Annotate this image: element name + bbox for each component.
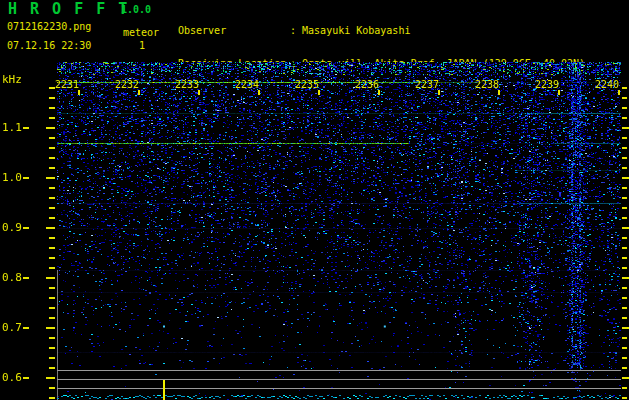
y-tick-left [49,267,55,269]
y-tick-right [622,177,629,179]
y-tick-left [49,147,55,149]
y-tick-dash [23,327,29,329]
y-tick-dash [23,127,29,129]
y-tick-left [49,337,55,339]
y-tick-left [49,157,55,159]
y-tick-left [46,177,55,179]
y-tick-right [622,387,627,389]
y-tick-left [49,357,55,359]
y-tick-right [622,357,627,359]
capture-datetime: 07.12.16 22:30 [7,40,91,51]
meteor-count: 1 [139,40,145,51]
y-tick-right [622,87,627,89]
y-tick-dash [23,177,29,179]
y-tick-label: 1.0 [2,172,22,183]
y-tick-left [49,87,55,89]
app-title: H R O F F T [8,2,129,17]
y-tick-dash [23,377,29,379]
y-tick-left [46,227,55,229]
station-label: Observer [178,25,290,36]
y-tick-right [622,317,627,319]
y-tick-right [622,327,629,329]
y-tick-right [622,347,627,349]
y-tick-right [622,287,627,289]
y-tick-right [622,207,627,209]
y-tick-left [49,367,55,369]
y-tick-right [622,227,629,229]
y-tick-left [49,107,55,109]
y-tick-left [49,297,55,299]
y-tick-label: 0.9 [2,222,22,233]
y-tick-left [49,167,55,169]
y-tick-right [622,137,627,139]
app-version: 1.0.0 [121,5,151,15]
y-tick-left [49,347,55,349]
y-tick-left [49,137,55,139]
y-tick-right [622,197,627,199]
y-tick-left [46,277,55,279]
y-tick-right [622,187,627,189]
y-tick-left [46,377,55,379]
y-tick-left [49,217,55,219]
y-tick-right [622,217,627,219]
y-tick-label: 1.1 [2,122,22,133]
y-tick-left [49,387,55,389]
y-tick-left [49,247,55,249]
y-tick-left [49,237,55,239]
y-tick-right [622,127,629,129]
y-tick-dash [23,227,29,229]
y-tick-dash [23,277,29,279]
station-value: Masayuki Kobayashi [302,25,410,36]
y-tick-left [49,187,55,189]
hrofft-screen: H R O F F T 1.0.0 0712162230.png meteor … [0,0,629,400]
spectrogram-canvas [57,62,621,400]
y-tick-right [622,247,627,249]
y-tick-left [46,127,55,129]
y-tick-right [622,337,627,339]
y-tick-left [49,97,55,99]
y-tick-right [622,107,627,109]
y-tick-left [46,327,55,329]
y-tick-left [49,197,55,199]
capture-filename: 0712162230.png [7,21,91,32]
y-tick-left [49,207,55,209]
station-row-observer: Observer: Masayuki Kobayashi [178,25,585,36]
y-tick-label: 0.6 [2,372,22,383]
y-tick-right [622,117,627,119]
y-tick-right [622,147,627,149]
y-tick-right [622,367,627,369]
y-tick-left [49,257,55,259]
y-tick-left [49,287,55,289]
y-tick-label: 0.8 [2,272,22,283]
y-tick-right [622,307,627,309]
separator: : [290,25,302,36]
y-tick-right [622,237,627,239]
y-axis-unit-label: kHz [2,74,22,85]
y-tick-left [49,117,55,119]
y-tick-left [49,317,55,319]
y-tick-right [622,297,627,299]
y-tick-left [49,307,55,309]
y-tick-right [622,267,627,269]
y-tick-label: 0.7 [2,322,22,333]
y-tick-right [622,167,627,169]
y-tick-left [49,397,55,399]
y-tick-right [622,397,627,399]
y-tick-right [622,257,627,259]
y-tick-right [622,97,627,99]
mode-label: meteor [123,27,159,38]
y-tick-right [622,377,629,379]
y-tick-right [622,277,629,279]
y-tick-right [622,157,627,159]
